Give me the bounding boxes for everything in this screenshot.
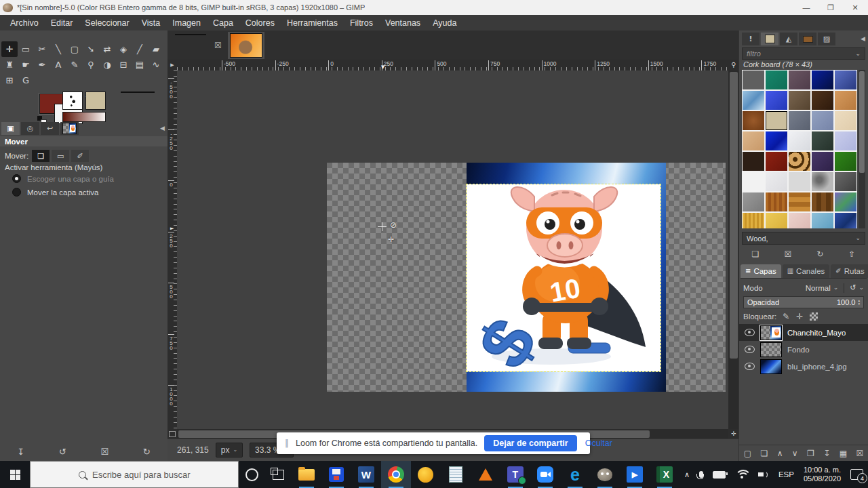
image-tab-pig[interactable]	[173, 32, 208, 59]
tool-crop[interactable]: ▢	[66, 41, 83, 57]
start-button[interactable]	[0, 461, 30, 488]
lock-alpha-icon[interactable]	[810, 312, 818, 321]
tool-paintbrush[interactable]: ╱	[132, 41, 148, 57]
radio-option-mover-la-capa-activa[interactable]: Mover la capa activa	[12, 188, 114, 197]
zoom-follow-window-button[interactable]: ⚲	[728, 60, 739, 71]
language-indicator[interactable]: ESP	[774, 461, 799, 488]
pattern-name-dropdown[interactable]: Wood, ⌄	[742, 232, 865, 245]
pattern-swatch-28[interactable]	[811, 171, 834, 192]
new-layer-button[interactable]: ▢	[744, 447, 751, 459]
dock-tab-undo-history[interactable]: ↩	[41, 122, 59, 135]
chevron-down-icon[interactable]: ⌄	[833, 285, 839, 291]
wifi-tray-icon[interactable]	[730, 461, 753, 488]
pattern-swatch-3[interactable]	[811, 70, 834, 90]
pattern-swatch-39[interactable]	[834, 212, 857, 228]
canvas-viewport[interactable]: $ 10	[177, 70, 728, 429]
tool-text[interactable]: A	[50, 57, 66, 73]
close-button[interactable]: ✕	[845, 3, 865, 12]
raise-layer-button[interactable]: ∧	[777, 447, 783, 459]
tool-clone[interactable]: ♜	[1, 57, 18, 73]
tool-tool-group[interactable]: ⊞	[1, 73, 18, 88]
pattern-swatch-5[interactable]	[742, 90, 765, 110]
active-gradient-preview[interactable]	[62, 112, 106, 122]
taskbar-app-chrome[interactable]	[381, 461, 411, 488]
dock-tab-tool-options[interactable]: ▣	[1, 122, 20, 135]
taskbar-app-vlc[interactable]	[471, 461, 500, 488]
unit-dropdown[interactable]: px ⌄	[216, 443, 243, 458]
pattern-swatch-33[interactable]	[811, 192, 834, 212]
layer-row-blu-iphone-4-jpg[interactable]: blu_iphone_4.jpg	[739, 358, 868, 375]
pattern-swatch-2[interactable]	[788, 70, 811, 90]
close-image-tab-icon[interactable]: ☒	[214, 41, 222, 49]
tab-palettes[interactable]	[799, 33, 816, 45]
vertical-scrollbar[interactable]	[728, 70, 739, 429]
task-view-button[interactable]	[265, 461, 292, 488]
menu-item-imagen[interactable]: Imagen	[166, 15, 207, 30]
tray-expand-button[interactable]: ∧	[679, 461, 694, 488]
save-image-button[interactable]: ↧	[17, 445, 24, 458]
visibility-eye-icon[interactable]	[745, 346, 755, 353]
pattern-swatch-27[interactable]	[788, 171, 811, 192]
collapse-dock-icon[interactable]: ◀	[160, 125, 165, 131]
pattern-swatch-21[interactable]	[765, 151, 788, 171]
redo-button[interactable]: ↻	[143, 445, 151, 458]
notification-center-button[interactable]: 4	[846, 461, 868, 488]
taskbar-app-loom[interactable]	[411, 461, 441, 488]
undo-button[interactable]: ↺	[59, 445, 66, 458]
tab-paths[interactable]: ✐Rutas	[831, 264, 868, 278]
pattern-swatch-0[interactable]	[742, 70, 765, 90]
taskbar-app-gimp[interactable]	[590, 461, 620, 488]
taskbar-app-word[interactable]: W	[351, 461, 381, 488]
microphone-tray-icon[interactable]	[694, 461, 708, 488]
spin-down-icon[interactable]: ▾	[858, 302, 860, 306]
tool-move[interactable]: ✛	[1, 41, 18, 57]
pattern-swatch-12[interactable]	[788, 110, 811, 131]
open-pattern-as-image-button[interactable]: ⇧	[848, 247, 855, 260]
dock-tab-device-status[interactable]: ◎	[21, 122, 39, 135]
tool-flip[interactable]: ⇄	[99, 41, 115, 57]
menu-item-ventanas[interactable]: Ventanas	[379, 15, 427, 30]
tab-patterns[interactable]	[761, 33, 778, 45]
mode-value[interactable]: Normal	[806, 284, 831, 292]
duplicate-pattern-button[interactable]: ❏	[752, 247, 760, 260]
menu-item-ayuda[interactable]: Ayuda	[427, 15, 462, 30]
pattern-swatch-29[interactable]	[834, 171, 857, 192]
pattern-swatch-19[interactable]	[834, 131, 857, 151]
pattern-swatch-15[interactable]	[742, 131, 765, 151]
stop-sharing-button[interactable]: Dejar de compartir	[484, 435, 576, 451]
delete-layer-button[interactable]: ☒	[856, 447, 863, 459]
mode-reset-icon[interactable]: ↺	[850, 284, 856, 291]
pattern-swatch-26[interactable]	[765, 171, 788, 192]
pattern-swatch-1[interactable]	[765, 70, 788, 90]
pattern-swatch-9[interactable]	[834, 90, 857, 110]
tool-free-select[interactable]: ╲	[50, 41, 66, 57]
pattern-swatch-36[interactable]	[765, 212, 788, 228]
pattern-swatch-25[interactable]	[742, 171, 765, 192]
pattern-scrollbar-thumb[interactable]	[859, 71, 865, 173]
lock-position-icon[interactable]: ✛	[796, 312, 803, 321]
new-layer-group-button[interactable]: ❏	[760, 447, 768, 459]
hide-link[interactable]: Ocultar	[585, 439, 612, 448]
active-brush-preview[interactable]	[62, 92, 83, 110]
tool-brightness-contrast[interactable]: ◑	[99, 57, 115, 73]
add-layer-mask-button[interactable]: ▦	[840, 447, 847, 459]
tool-eraser[interactable]: ▰	[148, 41, 164, 57]
taskbar-app-file-explorer[interactable]	[292, 461, 321, 488]
tool-rectangle-select[interactable]: ▭	[18, 41, 34, 57]
pattern-swatch-18[interactable]	[811, 131, 834, 151]
merge-down-button[interactable]: ↧	[823, 447, 830, 459]
taskbar-app-movies[interactable]: ▶	[620, 461, 650, 488]
tab-fonts[interactable]: ▨	[818, 33, 835, 45]
pattern-swatch-34[interactable]	[834, 192, 857, 212]
pattern-swatch-13[interactable]	[811, 110, 834, 131]
volume-tray-icon[interactable]	[753, 461, 774, 488]
menu-item-editar[interactable]: Editar	[45, 15, 79, 30]
tool-levels[interactable]: ▤	[132, 57, 148, 73]
tool-gegl-operation[interactable]: G	[18, 73, 34, 88]
pattern-swatch-11[interactable]	[765, 110, 788, 131]
tab-brushes[interactable]: !	[742, 33, 760, 45]
taskbar-app-floppy-app[interactable]	[321, 461, 351, 488]
taskbar-app-zoom-app[interactable]	[530, 461, 560, 488]
ruler-corner-button[interactable]: ▶	[167, 60, 178, 71]
vertical-scrollbar-thumb[interactable]	[730, 72, 738, 359]
